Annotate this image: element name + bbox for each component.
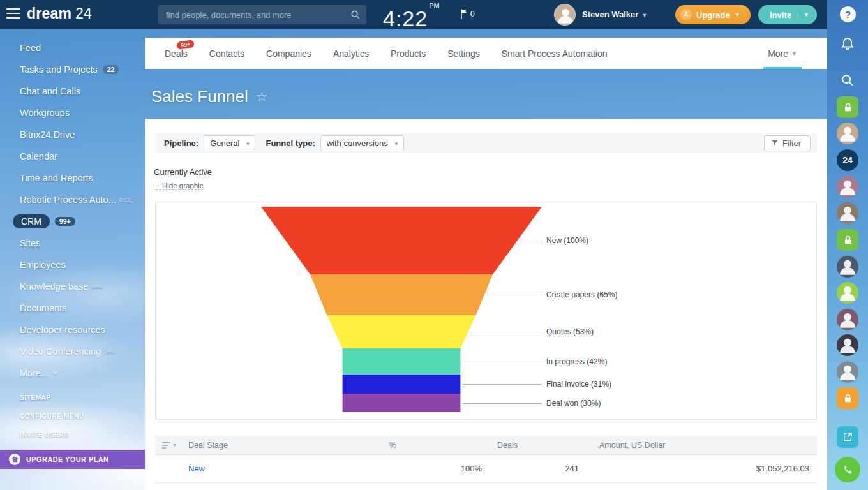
nav-tab-analytics[interactable]: Analytics (322, 38, 380, 69)
sidebar-item-chat-and-calls[interactable]: Chat and Calls (0, 80, 145, 102)
deal-stage-link[interactable]: New (183, 464, 389, 473)
pipeline-label: Pipeline: (164, 138, 198, 148)
sidebar-menu: FeedTasks and Projects22Chat and CallsWo… (0, 29, 145, 384)
funnel-chart: New (100%)Create papers (65%)Quotes (53%… (155, 202, 817, 420)
upgrade-label: Upgrade (696, 10, 730, 20)
nav-tab-more[interactable]: More▼ (757, 38, 808, 69)
search-input[interactable] (158, 5, 366, 24)
funnel-leader-line (520, 241, 542, 241)
nav-tab-contacts[interactable]: Contacts (198, 38, 255, 69)
funnel-segment-new[interactable] (261, 207, 542, 274)
nav-tab-label: Deals (165, 48, 188, 59)
upgrade-plan-button[interactable]: UPGRADE YOUR PLAN (0, 450, 145, 469)
beta-tag: beta (91, 283, 103, 290)
sidebar-item-label: Chat and Calls (20, 86, 80, 96)
sidebar-item-bitrix24-drive[interactable]: Bitrix24.Drive (0, 124, 145, 145)
sidebar-item-feed[interactable]: Feed (0, 37, 145, 59)
funnel-leader-line (463, 384, 542, 385)
nav-tab-label: Smart Process Automation (502, 48, 608, 59)
sidebar-item-sites[interactable]: Sites (0, 232, 145, 254)
hide-graphic-link[interactable]: − Hide graphic (156, 182, 203, 190)
sidebar-footer-link-sitemap[interactable]: SITEMAP (0, 389, 145, 407)
sidebar-footer-link-invite-users[interactable]: INVITE USERS (0, 426, 145, 444)
beta-tag: beta (119, 197, 131, 203)
funnel-leader-line (471, 332, 542, 332)
notifications-icon[interactable] (837, 32, 858, 54)
nav-tab-settings[interactable]: Settings (437, 38, 491, 69)
user-menu[interactable]: Steven Walker▼ (582, 10, 647, 19)
nav-tab-label: Settings (447, 48, 480, 59)
funnel-icon (771, 139, 779, 147)
sidebar-item-time-and-reports[interactable]: Time and Reports (0, 167, 145, 189)
sidebar-item-workgroups[interactable]: Workgroups (0, 102, 145, 124)
sidebar-item-more[interactable]: More...▼ (0, 362, 145, 384)
invite-button[interactable]: Invite ▼ (758, 5, 817, 24)
funnel-stage-label: Deal won (30%) (546, 399, 601, 408)
lock-icon[interactable] (837, 96, 858, 118)
sidebar-item-label: Time and Reports (20, 173, 93, 183)
sidebar-item-label: CRM (13, 214, 50, 228)
sidebar-item-crm[interactable]: CRM99+ (0, 211, 145, 232)
sidebar-footer-link-configure-menu[interactable]: CONFIGURE MENU (0, 407, 145, 426)
pipeline-select[interactable]: General▼ (204, 135, 255, 151)
table-menu-icon[interactable]: ▼ (155, 442, 183, 449)
bitrix24-badge[interactable]: 24 (837, 149, 858, 171)
funnel-type-select[interactable]: with conversions▼ (320, 135, 404, 151)
nav-tab-deals[interactable]: Deals99+ (154, 38, 198, 69)
share-icon[interactable] (837, 426, 858, 448)
user-avatar[interactable] (837, 256, 858, 278)
invite-label: Invite (770, 10, 791, 20)
funnel-stage-label: Create papers (65%) (546, 290, 617, 299)
sidebar-item-developer-resources[interactable]: Developer resources (0, 319, 145, 341)
search-icon[interactable] (350, 10, 361, 22)
user-avatar[interactable] (837, 122, 858, 144)
sidebar-item-calendar[interactable]: Calendar (0, 145, 145, 167)
user-avatar[interactable] (837, 202, 858, 224)
chevron-down-icon: ▼ (735, 11, 740, 18)
phone-icon[interactable] (835, 457, 860, 482)
nav-tab-products[interactable]: Products (380, 38, 437, 69)
sidebar-item-label: Robotic Process Auto... (20, 195, 116, 205)
sidebar-item-robotic-process-auto[interactable]: Robotic Process Auto...beta (0, 189, 145, 211)
user-avatar[interactable] (837, 361, 858, 383)
user-avatar[interactable] (837, 176, 858, 198)
nav-tab-smart-process-automation[interactable]: Smart Process Automation (491, 38, 618, 69)
sidebar-item-tasks-and-projects[interactable]: Tasks and Projects22 (0, 59, 145, 80)
chevron-down-icon: ▼ (52, 370, 58, 376)
left-sidebar: FeedTasks and Projects22Chat and CallsWo… (0, 29, 145, 490)
user-avatar[interactable] (554, 4, 576, 26)
nav-tab-label: Products (391, 48, 426, 59)
user-avatar[interactable] (837, 282, 858, 304)
filter-button[interactable]: Filter (764, 135, 811, 151)
app-logo[interactable]: dream24 (27, 5, 92, 22)
lock-icon[interactable] (837, 229, 858, 251)
logo-number: 24 (75, 5, 92, 22)
sidebar-item-employees[interactable]: Employees (0, 254, 145, 276)
sidebar-item-label: Developer resources (20, 325, 105, 335)
sidebar-item-video-conferencing[interactable]: Video Conferencingbeta (0, 341, 145, 362)
funnel-leader-line (463, 403, 542, 404)
logo-brand: dream (27, 5, 71, 22)
beta-tag: beta (104, 348, 116, 355)
search-icon[interactable] (837, 70, 858, 91)
favorite-star-icon[interactable]: ☆ (256, 89, 268, 105)
hamburger-menu-icon[interactable] (6, 8, 20, 20)
upgrade-button[interactable]: Upgrade ▼ (675, 5, 751, 24)
user-avatar[interactable] (837, 309, 858, 330)
deal-stage-table: ▼Deal Stage%DealsAmount, US DollarNew100… (155, 436, 817, 483)
notifications-flag[interactable]: 0 (461, 8, 475, 19)
counter-badge: 22 (103, 65, 119, 74)
funnel-leader-line (487, 295, 542, 295)
nav-tab-label: Analytics (333, 48, 369, 59)
clock-meridiem: PM (429, 2, 440, 10)
table-header-deal-stage: Deal Stage (183, 441, 389, 450)
user-avatar[interactable] (837, 334, 858, 356)
lock-icon[interactable] (837, 387, 858, 409)
table-header-amount-us-dollar: Amount, US Dollar (599, 441, 817, 450)
clock[interactable]: 4:22PM (383, 2, 440, 31)
sidebar-item-documents[interactable]: Documents (0, 297, 145, 319)
help-button[interactable]: ? (840, 6, 856, 22)
nav-tab-companies[interactable]: Companies (255, 38, 322, 69)
sidebar-item-knowledge-base[interactable]: Knowledge basebeta (0, 276, 145, 297)
sidebar-item-label: Feed (20, 43, 41, 53)
